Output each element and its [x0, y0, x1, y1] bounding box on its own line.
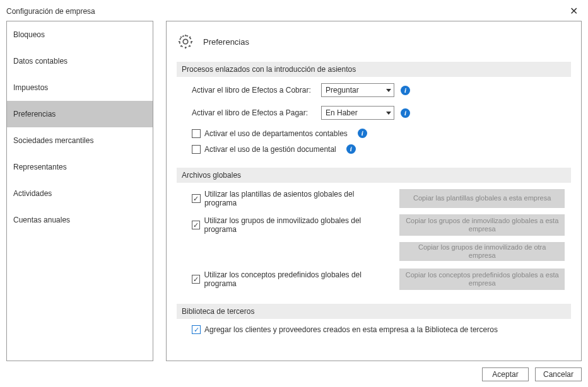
- biblioteca-checkbox-label[interactable]: Agregar los clientes y proveedores cread…: [192, 325, 565, 334]
- gear-icon: [177, 33, 194, 50]
- close-icon[interactable]: ✕: [566, 5, 582, 17]
- accept-button[interactable]: Aceptar: [482, 367, 529, 381]
- inmov-checkbox-label[interactable]: Utilizar los grupos de inmovilizado glob…: [192, 216, 387, 234]
- biblioteca-checkbox[interactable]: [192, 325, 201, 334]
- concept-checkbox[interactable]: [192, 275, 200, 284]
- dept-checkbox[interactable]: [192, 129, 201, 138]
- section-biblioteca-title: Biblioteca de terceros: [177, 304, 571, 319]
- chevron-down-icon: [386, 112, 391, 115]
- sidebar: Bloqueos Datos contables Impuestos Prefe…: [6, 21, 153, 361]
- cobrar-select[interactable]: Preguntar: [321, 83, 394, 97]
- pagar-select[interactable]: En Haber: [321, 106, 394, 120]
- copy-plantillas-button: Copiar las plantillas globales a esta em…: [399, 189, 565, 208]
- biblioteca-label-text: Agregar los clientes y proveedores cread…: [204, 325, 498, 334]
- plantillas-label-text: Utilizar las plantillas de asientos glob…: [204, 190, 387, 207]
- chevron-down-icon: [386, 89, 391, 92]
- section-archivos-title: Archivos globales: [177, 168, 571, 183]
- dept-label-text: Activar el uso de departamentos contable…: [204, 129, 348, 138]
- doc-label-text: Activar el uso de la gestión documental: [204, 145, 336, 154]
- info-icon[interactable]: i: [401, 108, 410, 118]
- content-panel: Preferencias Procesos enlazados con la i…: [166, 21, 582, 361]
- sidebar-item-datos-contables[interactable]: Datos contables: [7, 48, 153, 74]
- info-icon[interactable]: i: [358, 129, 367, 138]
- plantillas-checkbox[interactable]: [192, 194, 201, 203]
- sidebar-item-preferencias[interactable]: Preferencias: [7, 101, 153, 127]
- sidebar-item-representantes[interactable]: Representantes: [7, 154, 153, 180]
- doc-checkbox[interactable]: [192, 145, 201, 154]
- dept-checkbox-label[interactable]: Activar el uso de departamentos contable…: [192, 129, 348, 138]
- doc-checkbox-label[interactable]: Activar el uso de la gestión documental: [192, 145, 336, 154]
- inmov-label-text: Utilizar los grupos de inmovilizado glob…: [204, 216, 387, 234]
- copy-concept-button: Copiar los conceptos predefinidos global…: [399, 269, 565, 290]
- concept-checkbox-label[interactable]: Utilizar los conceptos predefinidos glob…: [192, 270, 387, 288]
- cobrar-label: Activar el libro de Efectos a Cobrar:: [192, 86, 315, 95]
- pagar-label: Activar el libro de Efectos a Pagar:: [192, 108, 315, 117]
- window-title: Configuración de empresa: [6, 7, 95, 16]
- copy-inmov-button: Copiar los grupos de inmovilizado global…: [399, 214, 565, 236]
- section-procesos-title: Procesos enlazados con la introducción d…: [177, 62, 571, 77]
- cobrar-select-value: Preguntar: [326, 86, 359, 95]
- svg-point-0: [183, 39, 187, 43]
- page-title: Preferencias: [203, 37, 249, 47]
- concept-label-text: Utilizar los conceptos predefinidos glob…: [204, 270, 387, 288]
- sidebar-item-actividades[interactable]: Actividades: [7, 180, 153, 207]
- copy-inmov-otra-button: Copiar los grupos de inmovilizado de otr…: [399, 242, 565, 261]
- sidebar-item-sociedades[interactable]: Sociedades mercantiles: [7, 127, 153, 154]
- inmov-checkbox[interactable]: [192, 221, 200, 229]
- pagar-select-value: En Haber: [326, 108, 358, 117]
- info-icon[interactable]: i: [401, 86, 410, 95]
- sidebar-item-impuestos[interactable]: Impuestos: [7, 74, 153, 101]
- sidebar-item-bloqueos[interactable]: Bloqueos: [7, 21, 153, 48]
- plantillas-checkbox-label[interactable]: Utilizar las plantillas de asientos glob…: [192, 190, 387, 207]
- info-icon[interactable]: i: [346, 144, 356, 154]
- cancel-button[interactable]: Cancelar: [535, 367, 582, 381]
- sidebar-item-cuentas-anuales[interactable]: Cuentas anuales: [7, 207, 153, 233]
